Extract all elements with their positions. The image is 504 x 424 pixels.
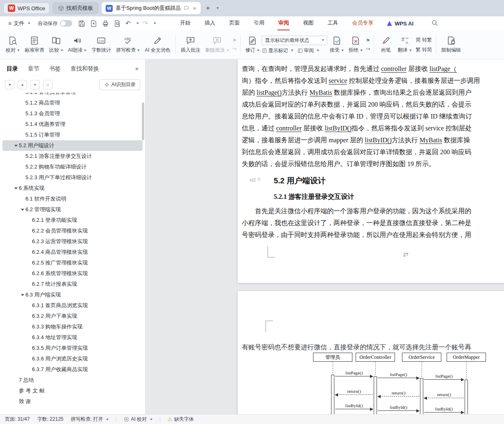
chevron-down-icon[interactable] — [13, 145, 19, 147]
chevron-down-icon[interactable] — [20, 209, 25, 211]
toc-item[interactable]: 6.2.1 登录功能实现 — [2, 215, 143, 226]
toc-item[interactable]: 5.2.1 游客注册登录交互设计 — [2, 151, 143, 162]
zoom-out-outline-button[interactable]: − — [43, 80, 52, 89]
wps-office-button[interactable]: W WPS Office — [3, 2, 50, 14]
document-page[interactable]: 查询，在查询时，管理员发起请求时，首先通过 controller 层接收 lis… — [238, 59, 504, 283]
standard-review-button[interactable]: 标准审查 — [22, 34, 47, 55]
next-revision-button[interactable]: ↪ — [366, 46, 370, 51]
document-tab[interactable]: W 基于Spring Boot的蛋糕甜品 × — [102, 2, 201, 14]
toc-item[interactable]: 6.3.4 地址管理实现 — [2, 332, 143, 343]
toc-item[interactable]: 7 总结 — [2, 375, 143, 385]
redo-icon[interactable]: ↷ — [143, 20, 148, 27]
template-tab[interactable]: 找稻壳模板 — [53, 2, 98, 14]
zoom-in-outline-button[interactable]: + — [30, 80, 40, 89]
close-tab-icon[interactable]: × — [192, 5, 197, 11]
collapse-all-button[interactable] — [18, 80, 27, 89]
save-icon[interactable] — [78, 20, 86, 27]
toc-item[interactable]: 5.1.4 优惠券管理 — [2, 119, 143, 130]
tab-find-replace[interactable]: 查找和替换 — [70, 65, 99, 73]
autosave-toggle[interactable] — [60, 20, 72, 27]
review-pane-dropdown[interactable]: 审阅 — [297, 47, 319, 54]
compare-button[interactable]: 比较 — [47, 34, 66, 55]
toc-item[interactable]: 5.2.2 购物车功能详细设计 — [2, 162, 143, 172]
word-count-button[interactable]: 123 字数统计 — [89, 34, 114, 55]
chevron-down-icon[interactable] — [13, 187, 19, 189]
toc-item[interactable]: 6.2.4 商品管理模块实现 — [2, 247, 143, 258]
toc-item[interactable]: 6.2.5 推广管理模块实现 — [2, 258, 143, 268]
toc-item[interactable]: 5.1.5 订单管理 — [2, 130, 143, 140]
traditional-to-simplified-button[interactable]: 繁 转简 — [414, 46, 434, 54]
ai-proofread-status[interactable]: AI 校对 — [124, 416, 152, 423]
toc-item[interactable]: 6.3.5 用户订单管理实现 — [2, 343, 143, 353]
undo-icon[interactable]: ↶ — [125, 20, 131, 27]
menu-page[interactable]: 页面 — [228, 16, 241, 30]
menu-reference[interactable]: 引用 — [253, 16, 265, 30]
tab-chapters[interactable]: 章节 — [28, 65, 39, 73]
ai-recognize-toc-button[interactable]: AI识别目录 — [100, 79, 140, 90]
sidebar-scrollbar[interactable] — [142, 103, 144, 140]
expand-all-button[interactable] — [5, 80, 14, 89]
toc-item[interactable]: 致 谢 — [2, 396, 143, 407]
toc-item[interactable]: 6.3.6 用户浏览历史实现 — [2, 353, 143, 364]
delete-comment-button[interactable]: 删除批注 — [203, 34, 232, 55]
insert-comment-button[interactable]: 插入批注 — [178, 34, 203, 55]
document-page[interactable]: 有账号密码也不想要进行微信，直接登录的情况下，就可选择先注册一个账号再 管理员O… — [238, 291, 504, 414]
toc-item[interactable]: 5.1.1 管理员登录管理 — [2, 93, 143, 98]
word-count-indicator[interactable]: 字数: 22125 — [37, 416, 64, 423]
track-changes-button[interactable]: 修订 — [243, 34, 262, 55]
proofread-button[interactable]: 校对 — [3, 34, 22, 55]
menu-review[interactable]: 审阅 — [277, 16, 290, 30]
ink-brush-button[interactable]: 画笔 — [377, 34, 395, 55]
toc-item[interactable]: 6.3.2 用户下单实现 — [2, 311, 143, 321]
print-icon[interactable] — [102, 20, 109, 27]
markup-state-dropdown[interactable]: 显示标记的最终状态 — [262, 36, 327, 45]
toc-item[interactable]: 6.3.1 首页商品浏览实现 — [2, 300, 143, 311]
spellcheck-button[interactable]: ABC 拼写检查 — [114, 34, 142, 55]
toc-item[interactable]: 6 系统实现 — [2, 183, 143, 194]
toc-item[interactable]: 6.1 软件开发说明 — [2, 194, 143, 204]
toc-item[interactable]: 6.2 管理端实现 — [2, 204, 143, 215]
menu-insert[interactable]: 插入 — [204, 16, 216, 30]
redo-chevron-icon[interactable] — [154, 23, 156, 24]
toc-item[interactable]: 6.2.6 系统管理模块实现 — [2, 268, 143, 279]
spellcheck-status[interactable]: 拼写检查: 打开 — [71, 416, 109, 423]
menu-member[interactable]: 会员专享 — [351, 16, 374, 30]
file-menu[interactable]: ≡ 文件 — [5, 20, 34, 27]
menu-tools[interactable]: 工具 — [327, 16, 339, 30]
toc-item[interactable]: 6.2.2 会员管理模块实现 — [2, 226, 143, 236]
page-indicator[interactable]: 页面: 31/47 — [5, 416, 30, 423]
missing-font-warning[interactable]: ⚠ 缺失字体 — [168, 416, 194, 423]
menu-home[interactable]: 开始 — [179, 16, 191, 30]
show-markup-dropdown[interactable]: 显示标记 — [262, 47, 293, 54]
toc-item[interactable]: 5.2.3 用户下单过程详细设计 — [2, 172, 143, 183]
ai-read-button[interactable]: AI朗读 — [66, 34, 89, 55]
toc-item[interactable]: 5.2 用户端设计 — [2, 140, 143, 151]
wps-ai-button[interactable]: WPS AI — [386, 21, 413, 27]
toc-item[interactable]: 6.3.3 购物车操作实现 — [2, 321, 143, 332]
toc-item[interactable]: 6.2.3 运营管理模块实现 — [2, 236, 143, 247]
toc-item[interactable]: 5.1.2 商品管理 — [2, 98, 143, 108]
next-comment-button[interactable]: ↪ — [232, 46, 237, 51]
translate-button[interactable]: 文A 翻译 — [395, 34, 414, 55]
toc-item[interactable]: 5.1.3 会员管理 — [2, 108, 143, 119]
heading-level-marker[interactable]: H2 ⠿ — [250, 177, 261, 182]
undo-chevron-icon[interactable] — [136, 23, 139, 24]
print-preview-icon[interactable] — [114, 20, 121, 27]
menu-view[interactable]: 视图 — [302, 16, 314, 30]
accept-revision-button[interactable]: 接受 — [327, 34, 346, 55]
drag-handle-icon[interactable]: ⠿ — [257, 177, 261, 182]
simplified-to-traditional-button[interactable]: 简 转繁 — [414, 36, 434, 44]
tab-bookmarks[interactable]: 书签 — [49, 65, 61, 73]
previous-revision-button[interactable]: ⚑ — [366, 38, 370, 43]
toc-item[interactable]: 6.3 用户端实现 — [2, 290, 143, 300]
previous-comment-button[interactable]: ⚑ — [232, 38, 237, 43]
ai-polish-button[interactable]: AI 全文润色 — [142, 34, 173, 55]
tab-list-chevron-icon[interactable] — [216, 7, 219, 9]
search-button[interactable] — [431, 19, 438, 28]
close-sidebar-icon[interactable]: × — [135, 66, 138, 72]
tab-toc[interactable]: 目录 — [7, 65, 18, 73]
reject-revision-button[interactable]: 拒绝 — [346, 34, 365, 55]
toc-item[interactable]: 6.2.7 统计报表实现 — [2, 279, 143, 290]
toc-item[interactable]: 6.3.7 用户收藏商品实现 — [2, 364, 143, 375]
new-tab-icon[interactable]: + — [204, 4, 211, 12]
